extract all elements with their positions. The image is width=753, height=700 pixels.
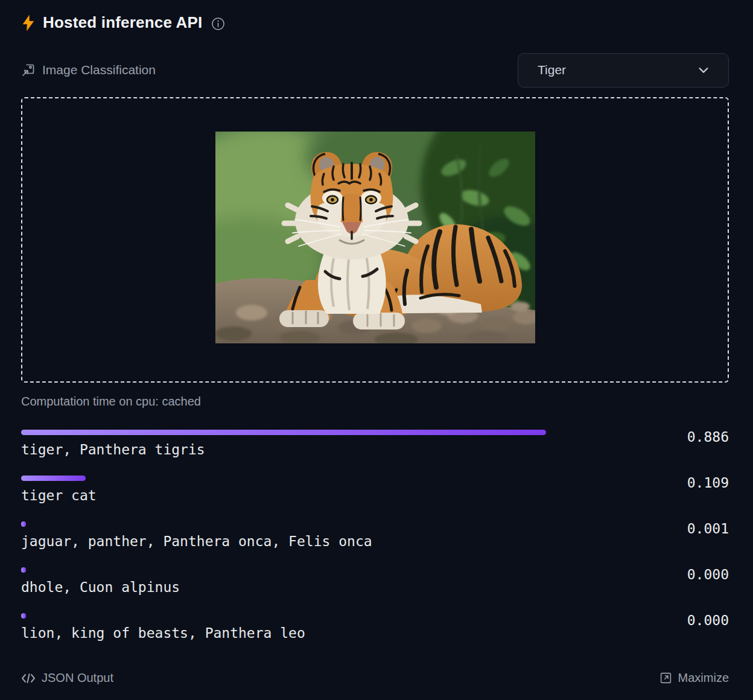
info-icon[interactable] xyxy=(211,17,225,31)
score-bar-track xyxy=(21,521,729,527)
tiger-preview-image xyxy=(215,132,535,343)
class-label: jaguar, panther, Panthera onca, Felis on… xyxy=(21,533,729,549)
computation-time: Computation time on cpu: cached xyxy=(21,395,729,409)
score-bar-track xyxy=(21,430,729,435)
score-bar-track xyxy=(21,613,729,619)
lightning-bolt-icon xyxy=(21,14,36,31)
score-bar-track xyxy=(21,476,729,481)
selected-example: Tiger xyxy=(538,63,566,77)
result-row: lion, king of beasts, Panthera leo 0.000 xyxy=(21,613,729,641)
maximize-label: Maximize xyxy=(678,671,729,685)
class-label: lion, king of beasts, Panthera leo xyxy=(21,625,729,641)
result-row: jaguar, panther, Panthera onca, Felis on… xyxy=(21,521,729,549)
image-classification-icon xyxy=(21,63,36,77)
maximize-icon xyxy=(659,672,672,684)
score-bar xyxy=(21,476,86,481)
page-title: Hosted inference API xyxy=(43,13,203,32)
image-dropzone[interactable] xyxy=(21,97,729,383)
result-row: dhole, Cuon alpinus 0.000 xyxy=(21,567,729,595)
task-type: Image Classification xyxy=(21,63,156,77)
score-bar-track xyxy=(21,567,729,573)
example-select-dropdown[interactable]: Tiger xyxy=(518,53,729,88)
json-output-label: JSON Output xyxy=(42,671,113,685)
result-row: tiger, Panthera tigris 0.886 xyxy=(21,430,729,457)
class-score: 0.000 xyxy=(687,612,729,628)
score-bar xyxy=(21,613,26,619)
class-score: 0.000 xyxy=(687,567,729,582)
json-output-button[interactable]: JSON Output xyxy=(21,671,113,685)
task-label: Image Classification xyxy=(42,63,156,77)
score-bar xyxy=(21,521,26,527)
maximize-button[interactable]: Maximize xyxy=(659,671,729,685)
widget-footer: JSON Output Maximize xyxy=(21,671,729,685)
chevron-down-icon xyxy=(697,63,710,77)
hosted-inference-widget: Hosted inference API Imag xyxy=(0,0,753,700)
classification-results: tiger, Panthera tigris 0.886 tiger cat 0… xyxy=(21,430,729,641)
class-label: tiger, Panthera tigris xyxy=(21,442,729,457)
class-score: 0.109 xyxy=(687,475,729,491)
class-score: 0.001 xyxy=(687,521,729,536)
class-score: 0.886 xyxy=(687,429,729,445)
class-label: tiger cat xyxy=(21,488,729,503)
class-label: dhole, Cuon alpinus xyxy=(21,579,729,595)
widget-header: Hosted inference API xyxy=(21,13,729,32)
score-bar xyxy=(21,430,546,435)
code-icon xyxy=(21,672,36,684)
result-row: tiger cat 0.109 xyxy=(21,476,729,503)
task-row: Image Classification Tiger xyxy=(21,52,729,88)
score-bar xyxy=(21,567,26,573)
